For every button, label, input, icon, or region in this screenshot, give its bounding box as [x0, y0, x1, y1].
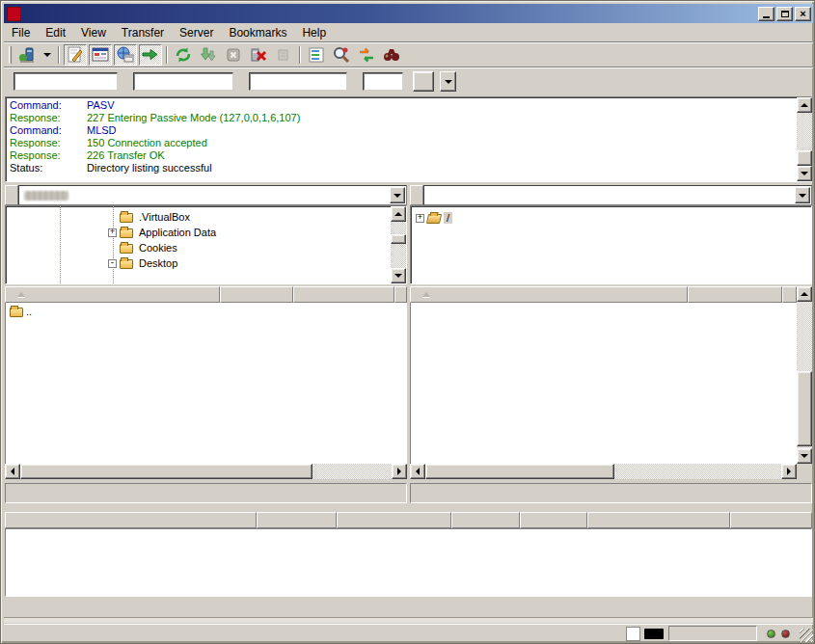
- remote-site-combo-arrow[interactable]: [795, 187, 810, 203]
- site-manager-button[interactable]: [15, 44, 39, 66]
- reconnect-button[interactable]: [272, 44, 295, 66]
- column-header-remote-file[interactable]: [337, 512, 451, 528]
- file-row[interactable]: ..: [6, 303, 407, 319]
- quickconnect-bar: [4, 68, 813, 94]
- log-line-label: Response:: [10, 137, 87, 149]
- toolbar: [4, 43, 813, 67]
- close-icon: ×: [800, 9, 805, 18]
- remote-directory-tree[interactable]: + /: [410, 205, 812, 284]
- menu-item[interactable]: Help: [294, 25, 334, 40]
- local-site-combo[interactable]: [18, 185, 407, 205]
- password-input[interactable]: [249, 72, 347, 91]
- data-type-icon[interactable]: [626, 627, 640, 641]
- local-hscroll-track[interactable]: [312, 464, 392, 479]
- tree-expander-icon[interactable]: +: [108, 228, 117, 237]
- column-header-size[interactable]: [451, 512, 520, 528]
- username-input[interactable]: [133, 72, 233, 91]
- column-header-last-modified[interactable]: [394, 286, 407, 303]
- site-manager-dropdown[interactable]: [41, 44, 54, 66]
- directory-comparison-icon: [332, 45, 351, 65]
- file-type: [294, 303, 395, 319]
- remote-hscroll-right[interactable]: [781, 464, 797, 479]
- tree-item[interactable]: + Application Data: [6, 225, 406, 240]
- column-header-filetype[interactable]: [293, 286, 394, 303]
- synchronized-browsing-button[interactable]: [355, 44, 378, 66]
- local-hscroll-right[interactable]: [392, 464, 407, 479]
- directory-filters-button[interactable]: [305, 44, 328, 66]
- folder-icon: [120, 213, 133, 223]
- file-modified: [395, 303, 407, 319]
- log-scroll-thumb[interactable]: [797, 150, 812, 166]
- local-tree-scroll-track[interactable]: [391, 222, 406, 268]
- remote-hscroll-left[interactable]: [410, 464, 425, 479]
- site-manager-icon: [17, 45, 37, 65]
- remote-vscroll-thumb[interactable]: [797, 371, 812, 446]
- column-header-status[interactable]: [587, 512, 730, 528]
- local-directory-tree[interactable]: .VirtualBox + Application Data Cookies -…: [5, 205, 407, 284]
- column-header-server-local-file[interactable]: [5, 512, 257, 528]
- remote-hscroll-track[interactable]: [614, 464, 781, 479]
- local-tree-scroll-down[interactable]: [391, 268, 406, 283]
- tree-item[interactable]: + /: [411, 210, 811, 226]
- tree-item[interactable]: - Desktop: [6, 255, 406, 271]
- menu-item[interactable]: Transfer: [114, 25, 172, 40]
- menu-item[interactable]: View: [73, 25, 114, 40]
- port-input[interactable]: [363, 72, 403, 91]
- local-list-header: [5, 286, 407, 303]
- tree-item-label: Desktop: [136, 257, 180, 269]
- column-header-filename[interactable]: [410, 286, 688, 303]
- remote-hscroll-thumb[interactable]: [425, 464, 614, 479]
- menu-item[interactable]: Server: [172, 25, 221, 40]
- log-line: Response: 226 Transfer OK: [10, 149, 792, 162]
- process-queue-icon: [199, 45, 218, 65]
- tree-expander-icon[interactable]: +: [416, 214, 424, 223]
- column-header-filename[interactable]: [5, 286, 220, 303]
- find-files-button[interactable]: [380, 44, 403, 66]
- remote-site-combo[interactable]: [423, 185, 812, 205]
- transfer-queue-list[interactable]: [5, 528, 812, 597]
- remote-status: [410, 483, 812, 503]
- column-header-direction[interactable]: [257, 512, 337, 528]
- toggle-transfer-queue-button[interactable]: [139, 44, 162, 66]
- remote-vscroll-down[interactable]: [797, 448, 812, 464]
- resize-grip[interactable]: [800, 629, 813, 642]
- title-bar[interactable]: ×: [4, 4, 813, 23]
- disconnect-button[interactable]: [247, 44, 270, 66]
- host-input[interactable]: [14, 72, 118, 91]
- maximize-button[interactable]: [776, 7, 793, 21]
- menu-item[interactable]: Bookmarks: [221, 25, 294, 40]
- log-scroll-down[interactable]: [797, 166, 812, 181]
- local-tree-scroll-thumb[interactable]: [391, 234, 406, 244]
- minimize-button[interactable]: [758, 7, 774, 21]
- remote-file-list[interactable]: [410, 303, 797, 464]
- column-header-filesize[interactable]: [688, 286, 782, 303]
- column-header-filesize[interactable]: [220, 286, 293, 303]
- toggle-local-tree-button[interactable]: [89, 44, 112, 66]
- close-button[interactable]: ×: [795, 7, 811, 21]
- menu-item[interactable]: File: [4, 25, 38, 40]
- quickconnect-dropdown[interactable]: [440, 71, 456, 92]
- toggle-remote-tree-button[interactable]: [114, 44, 137, 66]
- directory-comparison-button[interactable]: [330, 44, 353, 66]
- local-site-combo-arrow[interactable]: [390, 187, 405, 203]
- refresh-button[interactable]: [172, 44, 195, 66]
- menu-item[interactable]: Edit: [38, 25, 73, 40]
- arrow-down-icon: [394, 274, 402, 278]
- local-hscroll-thumb[interactable]: [20, 464, 312, 479]
- remote-vscroll-up[interactable]: [797, 286, 812, 302]
- process-queue-button[interactable]: [197, 44, 220, 66]
- local-file-list[interactable]: ..: [5, 303, 407, 464]
- toggle-message-log-button[interactable]: [64, 44, 87, 66]
- column-header-priority[interactable]: [520, 512, 587, 528]
- local-hscroll-left[interactable]: [5, 464, 20, 479]
- log-scroll-up[interactable]: [797, 97, 812, 113]
- quickconnect-button[interactable]: [413, 71, 434, 92]
- tree-item[interactable]: .VirtualBox: [6, 209, 406, 225]
- tree-expander-icon[interactable]: -: [108, 259, 117, 268]
- cancel-operation-button[interactable]: [222, 44, 245, 66]
- speed-limit-icon[interactable]: [644, 629, 664, 639]
- local-tree-scroll-up[interactable]: [391, 206, 406, 222]
- log-line-label: Status:: [10, 162, 87, 174]
- toolbar-grip[interactable]: [9, 46, 12, 64]
- tree-item[interactable]: Cookies: [6, 240, 406, 255]
